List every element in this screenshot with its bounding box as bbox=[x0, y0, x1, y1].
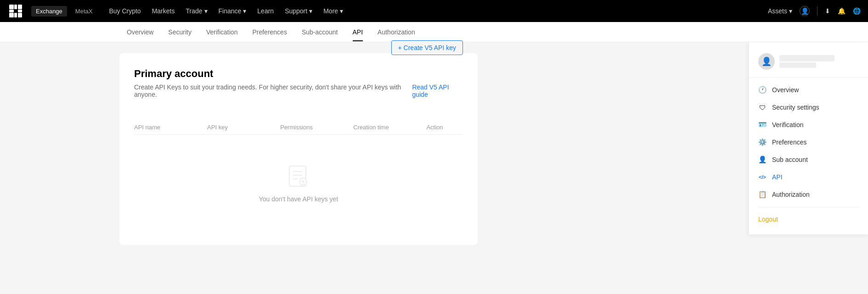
dropdown-api-label: API bbox=[772, 173, 783, 181]
dropdown-preferences-label: Preferences bbox=[772, 139, 806, 146]
nav-divider-1 bbox=[817, 6, 817, 16]
empty-state: You don't have API keys yet bbox=[134, 135, 463, 230]
table-header: API name API key Permissions Creation ti… bbox=[134, 120, 463, 135]
dropdown-authorization-label: Authorization bbox=[772, 191, 810, 198]
nav-buy-crypto[interactable]: Buy Crypto bbox=[104, 5, 145, 17]
trade-chevron-icon: ▾ bbox=[204, 7, 208, 15]
language-globe-icon[interactable]: 🌐 bbox=[853, 7, 861, 15]
svg-rect-2 bbox=[18, 5, 22, 9]
sub-navigation: Overview Security Verification Preferenc… bbox=[0, 22, 868, 42]
user-id-placeholder bbox=[779, 62, 816, 68]
subnav-overview[interactable]: Overview bbox=[119, 23, 161, 41]
user-info-section: 👤 bbox=[749, 50, 868, 78]
subnav-subaccount[interactable]: Sub-account bbox=[294, 23, 345, 41]
svg-rect-5 bbox=[9, 13, 14, 17]
nav-learn[interactable]: Learn bbox=[253, 5, 278, 17]
empty-state-icon bbox=[285, 162, 312, 190]
okx-logo-icon bbox=[7, 3, 24, 19]
col-api-key: API key bbox=[207, 124, 280, 131]
security-shield-icon: 🛡 bbox=[758, 103, 767, 111]
overview-clock-icon: 🕐 bbox=[758, 86, 767, 94]
dropdown-preferences[interactable]: ⚙️ Preferences bbox=[749, 133, 868, 151]
nav-right: Assets ▾ 👤 ⬇ 🔔 🌐 bbox=[768, 6, 861, 16]
svg-rect-6 bbox=[14, 13, 17, 17]
dropdown-security-label: Security settings bbox=[772, 104, 819, 111]
dropdown-api[interactable]: </> API bbox=[749, 168, 868, 186]
assets-button[interactable]: Assets ▾ bbox=[768, 7, 792, 15]
col-permissions: Permissions bbox=[280, 124, 353, 131]
col-api-name: API name bbox=[134, 124, 207, 131]
svg-rect-3 bbox=[9, 10, 14, 12]
download-icon[interactable]: ⬇ bbox=[825, 7, 830, 15]
nav-finance[interactable]: Finance ▾ bbox=[214, 5, 251, 17]
metax-button[interactable]: MetaX bbox=[71, 6, 97, 17]
empty-state-text: You don't have API keys yet bbox=[259, 195, 338, 203]
nav-more[interactable]: More ▾ bbox=[319, 5, 348, 17]
top-navigation: Exchange MetaX Buy Crypto Markets Trade … bbox=[0, 0, 868, 22]
subnav-api[interactable]: API bbox=[345, 23, 371, 41]
dropdown-security-settings[interactable]: 🛡 Security settings bbox=[749, 99, 868, 116]
dropdown-verification[interactable]: 🪪 Verification bbox=[749, 116, 868, 133]
card-title: Primary account bbox=[134, 68, 463, 80]
svg-rect-1 bbox=[14, 5, 17, 9]
assets-label: Assets bbox=[768, 7, 787, 15]
api-guide-link[interactable]: Read V5 API guide bbox=[412, 83, 463, 98]
main-wrapper: + Create V5 API key Primary account Crea… bbox=[0, 42, 868, 256]
nav-trade[interactable]: Trade ▾ bbox=[181, 5, 212, 17]
svg-rect-0 bbox=[9, 5, 14, 9]
dropdown-overview-label: Overview bbox=[772, 86, 799, 94]
exchange-button[interactable]: Exchange bbox=[31, 6, 67, 17]
logout-button[interactable]: Logout bbox=[749, 211, 868, 227]
dropdown-overview[interactable]: 🕐 Overview bbox=[749, 81, 868, 99]
more-chevron-icon: ▾ bbox=[340, 7, 343, 15]
create-api-key-button[interactable]: + Create V5 API key bbox=[391, 40, 463, 55]
user-details bbox=[779, 55, 859, 68]
subaccount-user-icon: 👤 bbox=[758, 155, 767, 164]
user-icon: 👤 bbox=[800, 6, 810, 16]
main-content: + Create V5 API key Primary account Crea… bbox=[0, 42, 597, 256]
card-description: Create API Keys to suit your trading nee… bbox=[134, 83, 463, 98]
user-name-placeholder bbox=[779, 55, 834, 61]
svg-rect-4 bbox=[18, 10, 22, 12]
menu-divider bbox=[758, 207, 859, 207]
user-dropdown-panel: 👤 🕐 Overview 🛡 Security settings 🪪 Verif… bbox=[749, 42, 868, 235]
nav-links: Buy Crypto Markets Trade ▾ Finance ▾ Lea… bbox=[104, 5, 348, 17]
subnav-authorization[interactable]: Authorization bbox=[370, 23, 423, 41]
card-desc-text: Create API Keys to suit your trading nee… bbox=[134, 83, 407, 98]
finance-chevron-icon: ▾ bbox=[243, 7, 246, 15]
nav-support[interactable]: Support ▾ bbox=[280, 5, 317, 17]
preferences-gear-icon: ⚙️ bbox=[758, 138, 767, 146]
notification-icon[interactable]: 🔔 bbox=[838, 7, 845, 15]
avatar: 👤 bbox=[758, 53, 775, 70]
col-creation-time: Creation time bbox=[353, 124, 426, 131]
subnav-security[interactable]: Security bbox=[161, 23, 199, 41]
nav-markets[interactable]: Markets bbox=[147, 5, 180, 17]
api-code-icon: </> bbox=[758, 173, 767, 181]
user-account-icon[interactable]: 👤 bbox=[800, 6, 810, 16]
dropdown-subaccount-label: Sub account bbox=[772, 156, 808, 163]
subnav-preferences[interactable]: Preferences bbox=[245, 23, 294, 41]
dropdown-verification-label: Verification bbox=[772, 121, 803, 128]
subnav-verification[interactable]: Verification bbox=[199, 23, 245, 41]
api-card: + Create V5 API key Primary account Crea… bbox=[119, 53, 478, 245]
dropdown-authorization[interactable]: 📋 Authorization bbox=[749, 186, 868, 203]
support-chevron-icon: ▾ bbox=[309, 7, 312, 15]
verification-id-icon: 🪪 bbox=[758, 121, 767, 129]
col-action: Action bbox=[426, 124, 463, 131]
logo[interactable] bbox=[7, 3, 24, 19]
authorization-doc-icon: 📋 bbox=[758, 190, 767, 199]
dropdown-sub-account[interactable]: 👤 Sub account bbox=[749, 151, 868, 168]
svg-rect-7 bbox=[18, 13, 22, 17]
assets-chevron-icon: ▾ bbox=[789, 7, 792, 15]
